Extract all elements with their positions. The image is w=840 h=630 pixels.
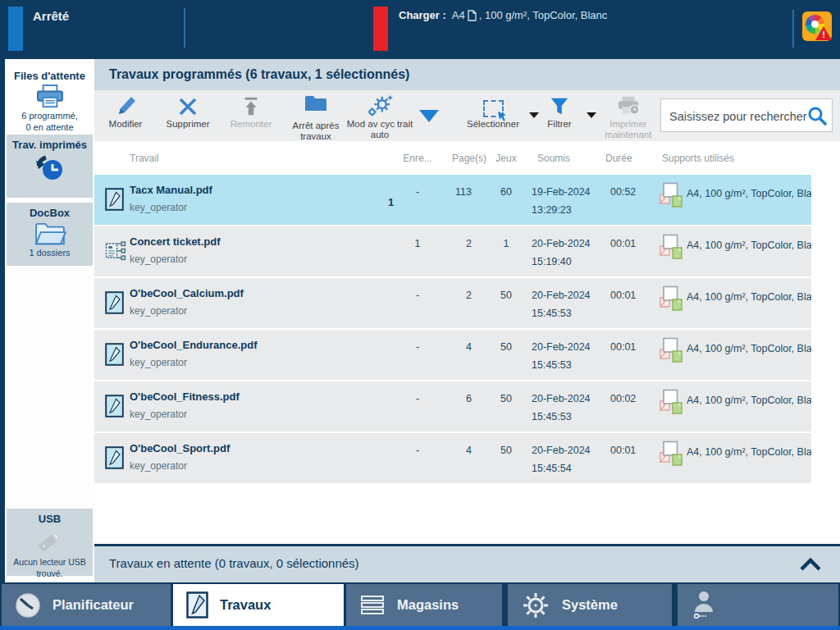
tab-trays[interactable]: Magasins	[346, 584, 502, 626]
select-dropdown-arrow[interactable]	[529, 112, 539, 118]
job-owner: key_operator	[130, 409, 187, 420]
job-media: A4, 100 g/m², TopColor, Blanc	[687, 446, 811, 458]
load-media-message: Charger : A4 , 100 g/m², TopColor, Blanc	[399, 9, 607, 21]
table-row[interactable]: O'beCool_Sport.pdf key_operator - 4 50 2…	[94, 433, 811, 483]
load-media-details: , 100 g/m², TopColor, Blanc	[479, 9, 608, 21]
print-now-button[interactable]: Imprimer maintenant	[596, 93, 660, 139]
printer-icon	[34, 84, 66, 109]
arrow-up-icon	[222, 93, 280, 117]
job-duration: 00:01	[610, 341, 636, 353]
delete-button[interactable]: Supprimer	[158, 93, 217, 139]
gears-icon	[342, 93, 418, 117]
edit-button[interactable]: Modifier	[101, 93, 150, 139]
tab-system-label: Système	[562, 597, 618, 613]
job-duration: 00:01	[610, 290, 636, 301]
job-pages: 2	[439, 290, 472, 301]
col-duration: Durée	[605, 153, 632, 164]
sidebar-item-docbox[interactable]: DocBox 1 dossiers	[7, 203, 93, 266]
search-box	[660, 98, 833, 132]
table-row[interactable]: O'beCool_Fitness.pdf key_operator - 6 50…	[94, 381, 811, 431]
job-order-badge: 1	[388, 196, 394, 208]
chevron-up-icon[interactable]	[799, 557, 822, 574]
document-icon	[105, 291, 124, 317]
tab-login[interactable]	[678, 584, 838, 626]
media-stack-icon	[659, 389, 683, 417]
job-duration: 00:01	[610, 445, 636, 456]
job-sets: 60	[490, 186, 523, 198]
stop-after-jobs-label: Arrêt après travaux	[285, 121, 347, 142]
job-time: 15:45:53	[532, 411, 572, 422]
printer-console-screen: Arrêté Charger : A4 , 100 g/m², TopColor…	[0, 0, 840, 630]
clock-icon	[15, 592, 41, 619]
job-sets: 50	[490, 341, 523, 353]
job-pages: 113	[439, 186, 472, 198]
docbox-title: DocBox	[7, 203, 93, 219]
funnel-icon	[539, 93, 580, 117]
sidebar-item-printed-jobs[interactable]: Trav. imprimés	[7, 135, 93, 198]
job-name: O'beCool_Endurance.pdf	[130, 339, 258, 351]
auto-processing-label: Mod av cyc trait auto	[342, 119, 418, 140]
jobs-toolbar: Modifier Supprimer Remonter	[94, 90, 840, 142]
cross-icon	[158, 93, 217, 117]
filter-dropdown-arrow[interactable]	[587, 112, 596, 118]
tab-system[interactable]: Système	[508, 584, 672, 626]
load-media-name: A4	[452, 9, 465, 21]
job-saved: -	[399, 290, 436, 301]
waiting-jobs-bar[interactable]: Travaux en attente (0 travaux, 0 sélecti…	[94, 544, 840, 582]
job-saved: -	[399, 445, 436, 456]
col-job: Travail	[130, 153, 159, 164]
job-name: Tacx Manual.pdf	[130, 184, 212, 196]
delete-label: Supprimer	[158, 119, 217, 130]
search-icon[interactable]	[807, 106, 829, 130]
filter-button[interactable]: Filtrer	[539, 93, 580, 139]
table-row[interactable]: O'beCool_Calcium.pdf key_operator - 2 50…	[94, 278, 811, 328]
tab-jobs[interactable]: Travaux	[173, 584, 344, 626]
stop-folder-icon	[285, 94, 347, 119]
job-duration: 00:02	[610, 393, 636, 404]
job-saved: -	[399, 341, 436, 353]
paper-trays-icon	[359, 595, 386, 616]
queues-count-line1: 6 programmé,	[7, 110, 93, 121]
table-row[interactable]: O'beCool_Endurance.pdf key_operator - 4 …	[94, 330, 811, 380]
table-row[interactable]: Tacx Manual.pdf key_operator 1 - 113 60 …	[94, 175, 811, 225]
waiting-jobs-label: Travaux en attente (0 travaux, 0 sélecti…	[109, 556, 359, 570]
job-pages: 4	[439, 445, 472, 456]
job-time: 15:45:53	[532, 359, 572, 371]
tab-planner[interactable]: Planificateur	[2, 584, 171, 626]
table-row[interactable]: Concert ticket.pdf key_operator 1 2 1 20…	[94, 226, 811, 276]
job-date: 19-Feb-2024	[532, 186, 591, 198]
usb-title: USB	[7, 509, 93, 525]
job-owner: key_operator	[130, 357, 187, 368]
job-owner: key_operator	[130, 253, 187, 265]
history-clock-icon	[34, 153, 66, 183]
auto-processing-button[interactable]: Mod av cyc trait auto	[342, 93, 418, 139]
paper-sheet-icon	[468, 10, 477, 21]
printer-status-text: Arrêté	[33, 9, 69, 23]
tab-jobs-label: Travaux	[220, 597, 271, 613]
pencil-icon	[101, 93, 150, 117]
job-name: O'beCool_Fitness.pdf	[130, 390, 240, 403]
tab-planner-label: Planificateur	[52, 597, 134, 613]
job-name: O'beCool_Sport.pdf	[130, 442, 230, 454]
move-up-button[interactable]: Remonter	[222, 93, 280, 139]
job-date: 20-Feb-2024	[532, 341, 591, 353]
job-sets: 50	[490, 445, 523, 456]
search-input[interactable]	[668, 99, 809, 133]
job-media: A4, 100 g/m², TopColor, Blanc	[687, 291, 811, 303]
sidebar-item-queues[interactable]: Files d'attente 6 programmé, 0 en attent…	[7, 66, 93, 132]
topbar-divider	[184, 8, 185, 48]
stop-after-jobs-button[interactable]: Arrêt après travaux	[285, 93, 347, 139]
printer-status-color-bar	[8, 7, 23, 51]
document-icon	[186, 591, 208, 619]
job-saved: -	[399, 393, 436, 404]
toner-warning-icon[interactable]	[802, 11, 832, 41]
docbox-count: 1 dossiers	[7, 247, 93, 258]
media-stack-icon	[659, 234, 683, 262]
job-media: A4, 100 g/m², TopColor, Blanc	[687, 188, 811, 199]
job-sets: 1	[490, 238, 523, 249]
select-button[interactable]: Sélectionner	[460, 93, 526, 139]
sidebar-item-usb[interactable]: USB Aucun lecteur USB trouvé.	[7, 509, 93, 576]
job-pages: 4	[439, 341, 472, 353]
job-time: 15:19:40	[532, 256, 572, 267]
more-actions-dropdown[interactable]	[419, 110, 439, 122]
